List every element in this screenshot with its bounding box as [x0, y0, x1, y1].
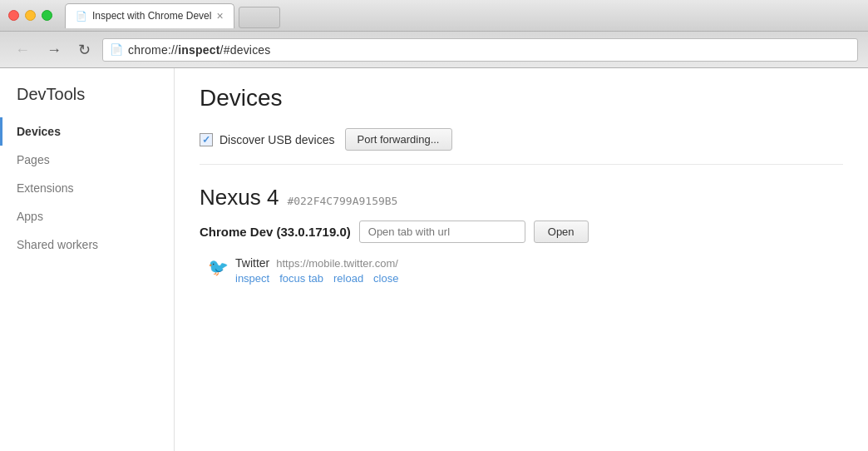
sidebar-item-devices[interactable]: Devices	[0, 117, 174, 146]
address-text: chrome://inspect/#devices	[128, 43, 271, 57]
address-input-wrap[interactable]: 📄 chrome://inspect/#devices	[102, 38, 858, 62]
url-suffix: /#devices	[220, 43, 271, 57]
discover-usb-checkbox-wrap: ✓ Discover USB devices	[200, 133, 335, 146]
main-content: Devices ✓ Discover USB devices Port forw…	[175, 68, 868, 451]
tab-item-name: Twitter	[235, 256, 269, 270]
url-prefix: chrome://	[128, 43, 178, 57]
open-tab-button[interactable]: Open	[534, 221, 589, 243]
device-name-row: Nexus 4 #022F4C799A9159B5	[200, 185, 843, 211]
sidebar-title: DevTools	[0, 85, 174, 117]
tab-item-twitter: 🐦 Twitter https://mobile.twitter.com/ in…	[208, 256, 843, 285]
sidebar-item-pages[interactable]: Pages	[0, 146, 174, 174]
forward-button[interactable]: →	[42, 41, 67, 59]
tab-item-info: Twitter https://mobile.twitter.com/ insp…	[235, 256, 398, 285]
address-bar: ← → ↻ 📄 chrome://inspect/#devices	[0, 32, 868, 68]
sidebar: DevTools Devices Pages Extensions Apps S…	[0, 68, 175, 451]
discover-usb-checkbox[interactable]: ✓	[200, 133, 213, 146]
active-tab[interactable]: 📄 Inspect with Chrome Devel ×	[65, 3, 234, 28]
device-id: #022F4C799A9159B5	[287, 195, 397, 207]
sidebar-item-shared-workers[interactable]: Shared workers	[0, 230, 174, 259]
reload-button[interactable]: ↻	[73, 41, 96, 59]
device-section: Nexus 4 #022F4C799A9159B5 Chrome Dev (33…	[200, 185, 843, 285]
tab-bar: 📄 Inspect with Chrome Devel ×	[65, 3, 860, 28]
device-name: Nexus 4	[200, 185, 279, 211]
tab-item-title-row: Twitter https://mobile.twitter.com/	[235, 256, 398, 270]
new-tab-button[interactable]	[239, 7, 280, 28]
reload-link[interactable]: reload	[333, 272, 363, 285]
page-title: Devices	[200, 85, 843, 112]
sidebar-item-apps[interactable]: Apps	[0, 202, 174, 230]
discover-usb-label: Discover USB devices	[219, 133, 335, 146]
maximize-window-button[interactable]	[42, 10, 52, 21]
discover-usb-row: ✓ Discover USB devices Port forwarding..…	[200, 128, 843, 165]
tab-item-actions: inspect focus tab reload close	[235, 272, 398, 285]
twitter-icon: 🐦	[208, 257, 229, 277]
focus-tab-link[interactable]: focus tab	[279, 272, 323, 285]
page-icon: 📄	[110, 43, 123, 56]
checkmark-icon: ✓	[202, 134, 210, 146]
tab-item-url: https://mobile.twitter.com/	[276, 257, 398, 270]
sidebar-item-extensions[interactable]: Extensions	[0, 174, 174, 202]
title-bar: 📄 Inspect with Chrome Devel ×	[0, 0, 868, 32]
tab-close-button[interactable]: ×	[216, 9, 223, 22]
url-bold: inspect	[178, 43, 219, 57]
traffic-lights	[8, 10, 52, 21]
back-button[interactable]: ←	[10, 41, 35, 59]
inspect-link[interactable]: inspect	[235, 272, 269, 285]
minimize-window-button[interactable]	[25, 10, 36, 21]
chrome-dev-label: Chrome Dev (33.0.1719.0)	[200, 225, 351, 239]
close-window-button[interactable]	[8, 10, 19, 21]
port-forwarding-button[interactable]: Port forwarding...	[345, 128, 452, 151]
open-tab-input[interactable]	[359, 221, 525, 243]
content-area: DevTools Devices Pages Extensions Apps S…	[0, 68, 868, 451]
tab-title: Inspect with Chrome Devel	[92, 10, 211, 22]
chrome-dev-row: Chrome Dev (33.0.1719.0) Open	[200, 221, 843, 243]
tab-page-icon: 📄	[76, 11, 87, 22]
close-link[interactable]: close	[373, 272, 398, 285]
